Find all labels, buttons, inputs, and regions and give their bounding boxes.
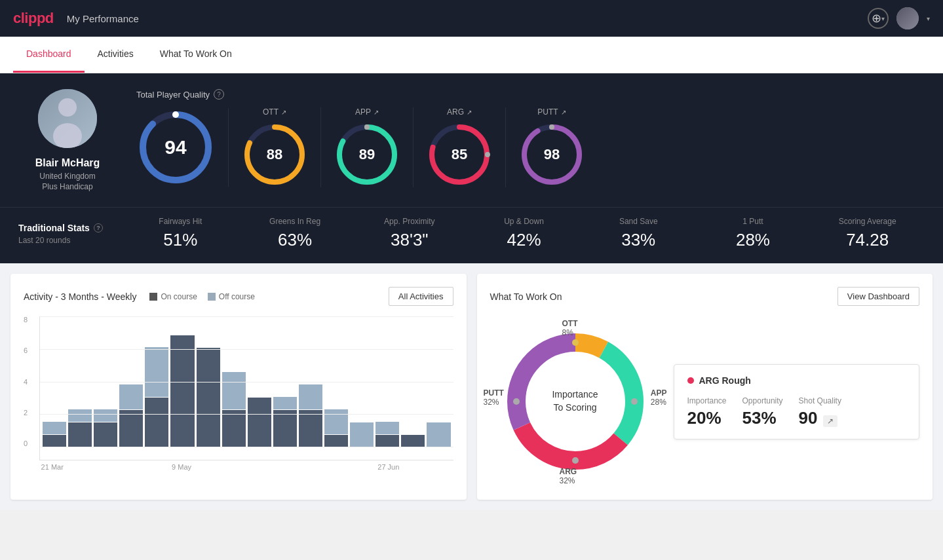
app-arrow-icon: ↗ (374, 109, 379, 116)
x-labels-row: 21 Mar9 May27 Jun (24, 463, 453, 471)
app-label: APP ↗ (355, 107, 379, 117)
svg-point-10 (364, 124, 370, 130)
bar-on-14 (401, 435, 425, 447)
ott-ring-wrapper: 88 (242, 122, 307, 187)
stat-fairways: Fairways Hit 51% (123, 217, 238, 250)
donut-putt-label: PUTT 32% (484, 388, 504, 407)
bar-off-12 (350, 422, 374, 447)
bar-group-2 (94, 409, 117, 447)
svg-point-1 (58, 98, 77, 117)
app-score: 89 (359, 146, 375, 163)
bar-group-5 (170, 335, 194, 447)
x-label-13: 27 Jun (375, 463, 401, 471)
view-dashboard-button[interactable]: View Dashboard (837, 287, 919, 306)
putt-label: PUTT ↗ (537, 107, 566, 117)
donut-chart-area: Importance To Scoring OTT 8% APP 28% ARG… (490, 316, 661, 487)
donut-putt-pct: 32% (484, 398, 504, 407)
bar-group-10 (299, 384, 322, 447)
bar-off-11 (324, 409, 348, 434)
stat-up-down: Up & Down 42% (467, 217, 581, 250)
bar-on-4 (145, 398, 168, 447)
metric-opportunity: Opportunity 53% (742, 396, 783, 428)
player-country: United Kingdom (39, 172, 95, 181)
player-handicap: Plus Handicap (42, 182, 92, 191)
traditional-stats: Traditional Stats ? Last 20 rounds Fairw… (0, 207, 943, 263)
on-course-label: On course (161, 292, 197, 301)
bar-off-9 (273, 397, 297, 409)
tab-activities[interactable]: Activities (85, 37, 147, 73)
x-label-1 (65, 463, 90, 471)
add-button[interactable]: ⊕ ▾ (868, 8, 889, 29)
svg-point-24 (513, 398, 520, 405)
svg-point-5 (172, 111, 179, 118)
putt-ring: PUTT ↗ 98 (506, 107, 598, 187)
off-course-label: Off course (219, 292, 255, 301)
putt-arrow-icon: ↗ (561, 109, 566, 116)
wtwo-header: What To Work On View Dashboard (490, 287, 920, 306)
arg-rough-card: ARG Rough Importance 20% Opportunity 53%… (674, 364, 920, 439)
bars-row (40, 316, 453, 447)
bar-group-12 (350, 422, 374, 447)
bar-on-5 (170, 335, 194, 447)
svg-point-21 (572, 339, 579, 346)
wtwo-card-area: ARG Rough Importance 20% Opportunity 53%… (674, 364, 920, 439)
hero-section: Blair McHarg United Kingdom Plus Handica… (0, 73, 943, 207)
stat-sand: Sand Save 33% (581, 217, 696, 250)
bottom-section: Activity - 3 Months - Weekly On course O… (0, 263, 943, 510)
x-label-9 (272, 463, 298, 471)
trad-label-section: Traditional Stats ? Last 20 rounds (18, 223, 123, 245)
donut-arg-pct: 32% (560, 476, 577, 485)
metric-shot-quality: Shot Quality 90 ↗ (799, 396, 841, 428)
donut-center-text: Importance To Scoring (552, 388, 598, 414)
bar-off-13 (375, 422, 399, 434)
logo[interactable]: clippd (13, 10, 54, 27)
bar-group-15 (427, 422, 450, 447)
header-title: My Performance (67, 13, 139, 24)
ott-arrow-icon: ↗ (281, 109, 286, 116)
tpq-ring-wrapper: 94 (136, 108, 215, 187)
stat-one-putt: 1 Putt 28% (696, 217, 811, 250)
player-info: Blair McHarg United Kingdom Plus Handica… (18, 89, 117, 191)
bar-on-0 (43, 435, 66, 447)
svg-point-23 (572, 457, 579, 464)
bar-off-3 (119, 384, 143, 409)
putt-ring-wrapper: 98 (519, 122, 585, 187)
x-label-2 (91, 463, 117, 471)
tab-dashboard[interactable]: Dashboard (13, 37, 85, 73)
arg-score: 85 (452, 146, 467, 163)
tab-what-to-work-on[interactable]: What To Work On (147, 37, 245, 73)
svg-point-13 (485, 152, 490, 157)
bar-group-6 (197, 348, 220, 447)
all-activities-button[interactable]: All Activities (389, 287, 453, 306)
bar-on-1 (68, 422, 92, 447)
wtwo-title: What To Work On (490, 291, 562, 302)
tpq-score: 94 (164, 136, 186, 159)
trad-info-icon[interactable]: ? (94, 223, 103, 233)
user-avatar[interactable] (896, 7, 919, 29)
bar-group-3 (119, 384, 143, 447)
bar-on-10 (299, 410, 322, 447)
arg-arrow-icon: ↗ (467, 109, 472, 116)
x-label-3 (117, 463, 142, 471)
donut-arg-label: ARG 32% (560, 467, 577, 485)
activity-panel-header: Activity - 3 Months - Weekly On course O… (24, 287, 453, 306)
bar-off-15 (427, 422, 450, 447)
bar-group-9 (273, 397, 297, 447)
pink-dot-icon (687, 377, 694, 384)
activity-header-left: Activity - 3 Months - Weekly On course O… (24, 291, 255, 302)
activity-panel: Activity - 3 Months - Weekly On course O… (10, 274, 467, 500)
activity-title: Activity - 3 Months - Weekly (24, 291, 136, 302)
bar-group-7 (222, 372, 246, 447)
bar-group-0 (43, 422, 66, 447)
bar-on-7 (222, 410, 246, 447)
on-course-dot (149, 293, 157, 301)
bar-off-10 (299, 384, 322, 409)
tpq-info-icon[interactable]: ? (214, 89, 224, 100)
stats-container: Total Player Quality ? 94 OTT (136, 89, 925, 187)
x-label-0: 21 Mar (39, 463, 65, 471)
tab-bar: Dashboard Activities What To Work On (0, 37, 943, 73)
shot-quality-row: 90 ↗ (799, 408, 841, 428)
y-tick-2: 2 (24, 409, 35, 417)
y-tick-0: 0 (24, 440, 35, 447)
y-tick-4: 4 (24, 379, 35, 386)
